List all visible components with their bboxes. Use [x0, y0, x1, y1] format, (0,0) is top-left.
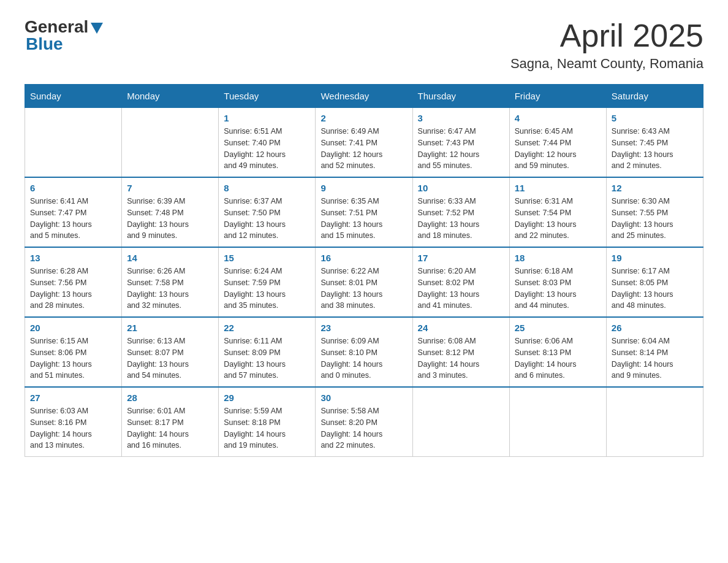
calendar-week-row: 1Sunrise: 6:51 AM Sunset: 7:40 PM Daylig…: [25, 108, 703, 178]
calendar-cell: 7Sunrise: 6:39 AM Sunset: 7:48 PM Daylig…: [122, 177, 219, 247]
day-number: 17: [418, 253, 504, 263]
day-info: Sunrise: 6:28 AM Sunset: 7:56 PM Dayligh…: [30, 266, 116, 312]
day-number: 13: [30, 253, 116, 263]
day-number: 15: [224, 253, 310, 263]
day-number: 10: [418, 183, 504, 193]
day-number: 6: [30, 183, 116, 193]
day-info: Sunrise: 6:47 AM Sunset: 7:43 PM Dayligh…: [418, 126, 504, 172]
calendar-cell: 15Sunrise: 6:24 AM Sunset: 7:59 PM Dayli…: [219, 247, 316, 317]
day-info: Sunrise: 6:18 AM Sunset: 8:03 PM Dayligh…: [515, 266, 601, 312]
calendar-cell: 8Sunrise: 6:37 AM Sunset: 7:50 PM Daylig…: [219, 177, 316, 247]
day-info: Sunrise: 6:43 AM Sunset: 7:45 PM Dayligh…: [612, 126, 698, 172]
calendar-cell: 16Sunrise: 6:22 AM Sunset: 8:01 PM Dayli…: [316, 247, 412, 317]
page-header: General Blue April 2025 Sagna, Neamt Cou…: [25, 18, 703, 72]
calendar-cell: [25, 108, 122, 178]
calendar-cell: 17Sunrise: 6:20 AM Sunset: 8:02 PM Dayli…: [412, 247, 509, 317]
day-info: Sunrise: 6:26 AM Sunset: 7:58 PM Dayligh…: [127, 266, 213, 312]
logo-general-text: General: [25, 18, 88, 36]
day-number: 8: [224, 183, 310, 193]
calendar-cell: 25Sunrise: 6:06 AM Sunset: 8:13 PM Dayli…: [509, 317, 606, 387]
calendar-cell: 22Sunrise: 6:11 AM Sunset: 8:09 PM Dayli…: [219, 317, 316, 387]
subtitle: Sagna, Neamt County, Romania: [510, 56, 703, 72]
calendar-cell: 9Sunrise: 6:35 AM Sunset: 7:51 PM Daylig…: [316, 177, 412, 247]
day-number: 4: [515, 113, 601, 123]
day-number: 7: [127, 183, 213, 193]
day-number: 29: [224, 393, 310, 403]
calendar-cell: 2Sunrise: 6:49 AM Sunset: 7:41 PM Daylig…: [316, 108, 412, 178]
day-info: Sunrise: 6:11 AM Sunset: 8:09 PM Dayligh…: [224, 335, 310, 381]
calendar-day-header: Tuesday: [219, 85, 316, 108]
day-info: Sunrise: 6:17 AM Sunset: 8:05 PM Dayligh…: [612, 266, 698, 312]
day-number: 12: [612, 183, 698, 193]
calendar-day-header: Saturday: [606, 85, 703, 108]
day-info: Sunrise: 6:33 AM Sunset: 7:52 PM Dayligh…: [418, 196, 504, 242]
day-number: 18: [515, 253, 601, 263]
calendar-cell: 10Sunrise: 6:33 AM Sunset: 7:52 PM Dayli…: [412, 177, 509, 247]
day-info: Sunrise: 6:51 AM Sunset: 7:40 PM Dayligh…: [224, 126, 310, 172]
calendar-cell: 11Sunrise: 6:31 AM Sunset: 7:54 PM Dayli…: [509, 177, 606, 247]
day-info: Sunrise: 6:37 AM Sunset: 7:50 PM Dayligh…: [224, 196, 310, 242]
day-info: Sunrise: 6:04 AM Sunset: 8:14 PM Dayligh…: [612, 335, 698, 381]
calendar-day-header: Sunday: [25, 85, 122, 108]
calendar-week-row: 13Sunrise: 6:28 AM Sunset: 7:56 PM Dayli…: [25, 247, 703, 317]
day-info: Sunrise: 6:13 AM Sunset: 8:07 PM Dayligh…: [127, 335, 213, 381]
calendar-cell: 29Sunrise: 5:59 AM Sunset: 8:18 PM Dayli…: [219, 387, 316, 457]
day-info: Sunrise: 6:09 AM Sunset: 8:10 PM Dayligh…: [320, 335, 407, 381]
day-number: 19: [612, 253, 698, 263]
day-number: 22: [224, 323, 310, 333]
day-info: Sunrise: 6:30 AM Sunset: 7:55 PM Dayligh…: [612, 196, 698, 242]
calendar-cell: 27Sunrise: 6:03 AM Sunset: 8:16 PM Dayli…: [25, 387, 122, 457]
calendar-week-row: 6Sunrise: 6:41 AM Sunset: 7:47 PM Daylig…: [25, 177, 703, 247]
day-info: Sunrise: 6:01 AM Sunset: 8:17 PM Dayligh…: [127, 405, 213, 451]
calendar-cell: 30Sunrise: 5:58 AM Sunset: 8:20 PM Dayli…: [316, 387, 412, 457]
calendar-week-row: 20Sunrise: 6:15 AM Sunset: 8:06 PM Dayli…: [25, 317, 703, 387]
calendar-cell: 13Sunrise: 6:28 AM Sunset: 7:56 PM Dayli…: [25, 247, 122, 317]
day-info: Sunrise: 5:59 AM Sunset: 8:18 PM Dayligh…: [224, 405, 310, 451]
calendar-cell: 1Sunrise: 6:51 AM Sunset: 7:40 PM Daylig…: [219, 108, 316, 178]
calendar-day-header: Wednesday: [316, 85, 412, 108]
day-number: 21: [127, 323, 213, 333]
day-info: Sunrise: 6:39 AM Sunset: 7:48 PM Dayligh…: [127, 196, 213, 242]
calendar-cell: [606, 387, 703, 457]
day-number: 26: [612, 323, 698, 333]
day-info: Sunrise: 6:35 AM Sunset: 7:51 PM Dayligh…: [320, 196, 407, 242]
calendar-week-row: 27Sunrise: 6:03 AM Sunset: 8:16 PM Dayli…: [25, 387, 703, 457]
calendar-cell: 21Sunrise: 6:13 AM Sunset: 8:07 PM Dayli…: [122, 317, 219, 387]
calendar-cell: 4Sunrise: 6:45 AM Sunset: 7:44 PM Daylig…: [509, 108, 606, 178]
title-section: April 2025 Sagna, Neamt County, Romania: [510, 18, 703, 72]
day-info: Sunrise: 6:08 AM Sunset: 8:12 PM Dayligh…: [418, 335, 504, 381]
day-number: 3: [418, 113, 504, 123]
calendar-cell: 3Sunrise: 6:47 AM Sunset: 7:43 PM Daylig…: [412, 108, 509, 178]
day-number: 1: [224, 113, 310, 123]
logo-arrow-icon: [91, 23, 103, 34]
day-number: 24: [418, 323, 504, 333]
calendar-cell: 12Sunrise: 6:30 AM Sunset: 7:55 PM Dayli…: [606, 177, 703, 247]
calendar-cell: 14Sunrise: 6:26 AM Sunset: 7:58 PM Dayli…: [122, 247, 219, 317]
calendar-day-header: Friday: [509, 85, 606, 108]
calendar-cell: 23Sunrise: 6:09 AM Sunset: 8:10 PM Dayli…: [316, 317, 412, 387]
calendar-cell: 5Sunrise: 6:43 AM Sunset: 7:45 PM Daylig…: [606, 108, 703, 178]
day-number: 11: [515, 183, 601, 193]
calendar-cell: 20Sunrise: 6:15 AM Sunset: 8:06 PM Dayli…: [25, 317, 122, 387]
logo: General Blue: [25, 18, 103, 54]
calendar-cell: [122, 108, 219, 178]
day-info: Sunrise: 6:22 AM Sunset: 8:01 PM Dayligh…: [320, 266, 407, 312]
day-number: 27: [30, 393, 116, 403]
day-number: 14: [127, 253, 213, 263]
logo-blue-text: Blue: [25, 34, 63, 54]
calendar-header-row: SundayMondayTuesdayWednesdayThursdayFrid…: [25, 85, 703, 108]
calendar-cell: 26Sunrise: 6:04 AM Sunset: 8:14 PM Dayli…: [606, 317, 703, 387]
calendar-cell: [509, 387, 606, 457]
main-title: April 2025: [510, 18, 703, 53]
day-info: Sunrise: 6:06 AM Sunset: 8:13 PM Dayligh…: [515, 335, 601, 381]
calendar-cell: 18Sunrise: 6:18 AM Sunset: 8:03 PM Dayli…: [509, 247, 606, 317]
day-number: 2: [320, 113, 407, 123]
calendar-cell: 19Sunrise: 6:17 AM Sunset: 8:05 PM Dayli…: [606, 247, 703, 317]
calendar-cell: 6Sunrise: 6:41 AM Sunset: 7:47 PM Daylig…: [25, 177, 122, 247]
day-info: Sunrise: 6:24 AM Sunset: 7:59 PM Dayligh…: [224, 266, 310, 312]
day-info: Sunrise: 5:58 AM Sunset: 8:20 PM Dayligh…: [320, 405, 407, 451]
day-info: Sunrise: 6:49 AM Sunset: 7:41 PM Dayligh…: [320, 126, 407, 172]
day-info: Sunrise: 6:03 AM Sunset: 8:16 PM Dayligh…: [30, 405, 116, 451]
day-info: Sunrise: 6:45 AM Sunset: 7:44 PM Dayligh…: [515, 126, 601, 172]
day-number: 9: [320, 183, 407, 193]
